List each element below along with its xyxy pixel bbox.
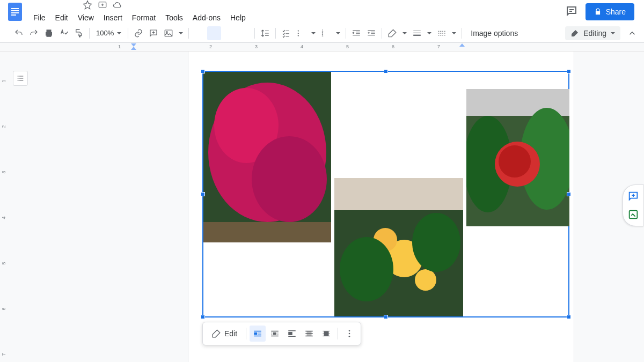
ruler-tick: 3	[255, 44, 258, 49]
star-icon[interactable]	[83, 0, 92, 11]
menu-help[interactable]: Help	[226, 11, 250, 24]
caret-down-icon[interactable]	[452, 32, 456, 34]
ruler-tick: 2	[209, 44, 212, 49]
edit-label: Edit	[224, 329, 237, 338]
share-label: Share	[606, 8, 626, 16]
svg-point-12	[252, 136, 327, 222]
numbered-list-button[interactable]: 123	[319, 26, 333, 40]
pencil-icon	[570, 29, 579, 38]
svg-rect-29	[288, 332, 292, 335]
redo-button[interactable]	[27, 26, 41, 40]
break-text-button[interactable]	[284, 326, 300, 342]
app-header: File Edit View Insert Format Tools Add-o…	[0, 0, 644, 24]
insert-link-button[interactable]	[131, 26, 145, 40]
svg-rect-27	[254, 333, 257, 335]
svg-point-20	[412, 213, 460, 272]
add-comment-button[interactable]	[147, 26, 160, 40]
open-comments-button[interactable]	[565, 5, 578, 19]
border-weight-button[interactable]	[410, 26, 424, 40]
docs-logo[interactable]	[4, 1, 26, 23]
horizontal-ruler: 1 2 3 4 5 6 7 7	[0, 43, 644, 51]
menu-insert[interactable]: Insert	[99, 11, 127, 24]
editing-mode-select[interactable]: Editing	[565, 26, 620, 40]
resize-handle-w[interactable]	[201, 192, 205, 196]
resize-handle-n[interactable]	[384, 69, 388, 73]
wrap-text-button[interactable]	[267, 326, 283, 342]
resize-handle-s[interactable]	[384, 315, 388, 319]
suggest-edits-side-button[interactable]	[625, 206, 641, 223]
resize-handle-e[interactable]	[567, 192, 571, 196]
resize-handle-se[interactable]	[567, 315, 571, 319]
caret-down-icon[interactable]	[311, 32, 316, 34]
vruler-tick: 5	[1, 262, 6, 264]
decrease-indent-button[interactable]	[349, 26, 363, 40]
right-indent-marker[interactable]	[459, 43, 465, 47]
spellcheck-button[interactable]	[57, 26, 71, 40]
menu-file[interactable]: File	[29, 11, 50, 24]
menu-view[interactable]: View	[74, 11, 98, 24]
svg-point-19	[340, 237, 393, 301]
border-dash-button[interactable]	[435, 26, 449, 40]
resize-handle-ne[interactable]	[567, 69, 571, 73]
svg-point-32	[349, 330, 350, 331]
svg-point-18	[415, 269, 436, 291]
image-context-toolbar: Edit	[202, 322, 361, 345]
move-icon[interactable]	[98, 0, 107, 11]
wrap-inline-button[interactable]	[250, 326, 266, 342]
insert-image-button[interactable]	[162, 26, 175, 40]
border-color-button[interactable]	[385, 26, 399, 40]
ruler-tick: 1	[118, 44, 121, 49]
image-flowers-2	[334, 178, 463, 316]
print-button[interactable]	[42, 26, 56, 40]
vruler-tick: 1	[1, 79, 6, 82]
vruler-tick: 4	[1, 216, 6, 219]
align-center-button[interactable]	[207, 26, 221, 40]
menu-addons[interactable]: Add-ons	[188, 11, 225, 24]
caret-down-icon	[117, 32, 121, 34]
svg-point-4	[298, 32, 299, 33]
align-right-button[interactable]	[222, 26, 236, 40]
line-spacing-button[interactable]	[258, 26, 272, 40]
document-page: Edit	[188, 51, 574, 362]
share-button[interactable]: Share	[586, 3, 634, 20]
image-options-button[interactable]: Image options	[465, 29, 523, 38]
align-justify-button[interactable]	[237, 26, 251, 40]
cloud-icon[interactable]	[113, 0, 122, 11]
selected-image-group[interactable]	[202, 71, 569, 317]
left-indent-marker[interactable]	[131, 43, 136, 50]
menu-tools[interactable]: Tools	[161, 11, 187, 24]
caret-down-icon[interactable]	[402, 32, 407, 34]
svg-rect-13	[203, 222, 331, 242]
menu-edit[interactable]: Edit	[51, 11, 72, 24]
vruler-tick: 3	[1, 171, 6, 173]
caret-down-icon[interactable]	[179, 32, 183, 34]
menu-format[interactable]: Format	[128, 11, 160, 24]
caret-down-icon[interactable]	[336, 32, 340, 34]
document-outline-button[interactable]	[13, 71, 28, 86]
vruler-tick: 7	[1, 353, 6, 356]
toolbar: 100% 123 Image options Editing	[0, 24, 644, 43]
increase-indent-button[interactable]	[364, 26, 378, 40]
caret-down-icon[interactable]	[427, 32, 431, 34]
align-left-button[interactable]	[192, 26, 206, 40]
ruler-tick: 7	[437, 44, 440, 49]
pencil-icon	[211, 329, 221, 338]
page-canvas[interactable]: Edit	[34, 51, 644, 362]
paint-format-button[interactable]	[72, 26, 86, 40]
undo-button[interactable]	[12, 26, 26, 40]
more-options-button[interactable]	[341, 326, 357, 342]
collapse-toolbar-button[interactable]	[625, 26, 640, 41]
zoom-select[interactable]: 100%	[93, 29, 125, 37]
add-comment-side-button[interactable]	[625, 188, 641, 204]
checklist-button[interactable]	[279, 26, 293, 40]
svg-rect-15	[334, 178, 463, 210]
behind-text-button[interactable]	[301, 326, 317, 342]
resize-handle-nw[interactable]	[201, 69, 205, 73]
in-front-text-button[interactable]	[318, 326, 334, 342]
side-tools	[623, 184, 644, 226]
svg-rect-31	[324, 331, 329, 336]
resize-handle-sw[interactable]	[201, 315, 205, 319]
caret-down-icon	[611, 32, 615, 34]
edit-image-button[interactable]: Edit	[206, 326, 243, 342]
bulleted-list-button[interactable]	[294, 26, 308, 40]
